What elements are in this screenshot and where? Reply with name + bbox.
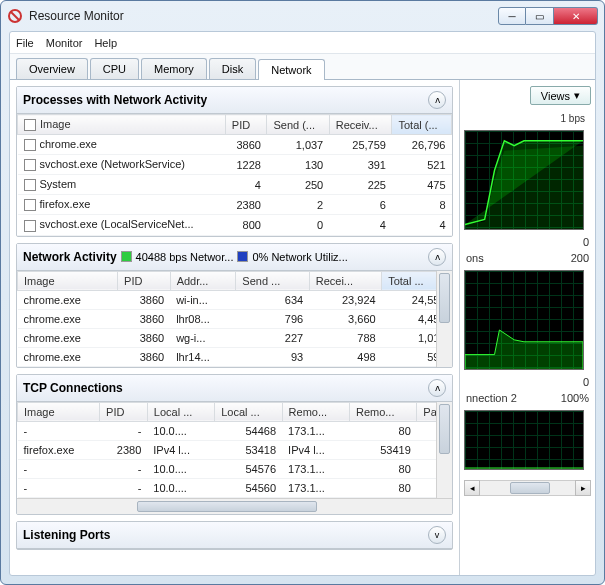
scrollbar-vertical[interactable] xyxy=(436,271,452,367)
table-row[interactable]: --10.0....54576173.1...80 xyxy=(18,459,452,478)
scroll-left-icon[interactable]: ◂ xyxy=(464,480,480,496)
checkbox-icon[interactable] xyxy=(24,199,36,211)
col-pid[interactable]: PID xyxy=(100,402,148,421)
svg-line-1 xyxy=(11,12,19,20)
col-ra[interactable]: Remo... xyxy=(282,402,349,421)
panel-activity: Network Activity 40488 bps Networ... 0% … xyxy=(16,243,453,368)
panel-processes-title: Processes with Network Activity xyxy=(23,93,207,107)
col-pid[interactable]: PID xyxy=(118,271,171,290)
checkbox-icon[interactable] xyxy=(24,119,36,131)
client-area: File Monitor Help Overview CPU Memory Di… xyxy=(9,31,596,576)
panel-processes: Processes with Network Activity ʌ Image … xyxy=(16,86,453,237)
chart-connection2 xyxy=(464,410,584,470)
minimize-button[interactable]: ─ xyxy=(498,7,526,25)
tab-overview[interactable]: Overview xyxy=(16,58,88,79)
table-row[interactable]: chrome.exe3860lhr08...7963,6604,456 xyxy=(18,309,452,328)
tab-row: Overview CPU Memory Disk Network xyxy=(10,54,595,80)
scrollbar-vertical[interactable] xyxy=(436,402,452,498)
table-row[interactable]: System4250225475 xyxy=(18,175,452,195)
col-la[interactable]: Local ... xyxy=(147,402,214,421)
menu-file[interactable]: File xyxy=(16,37,34,49)
col-lp[interactable]: Local ... xyxy=(215,402,282,421)
chart2-right: 200 xyxy=(571,252,589,264)
right-scrollbar-horizontal[interactable]: ◂ ▸ xyxy=(464,480,591,496)
panel-activity-title: Network Activity xyxy=(23,250,117,264)
table-row[interactable]: --10.0....54468173.1...80 xyxy=(18,421,452,440)
views-button[interactable]: Views▾ xyxy=(530,86,591,105)
table-row[interactable]: chrome.exe38601,03725,75926,796 xyxy=(18,135,452,155)
collapse-icon[interactable]: ʌ xyxy=(428,91,446,109)
processes-table: Image PID Send (... Receiv... Total (...… xyxy=(17,114,452,236)
tab-cpu[interactable]: CPU xyxy=(90,58,139,79)
legend-blue-icon xyxy=(237,251,248,262)
checkbox-icon[interactable] xyxy=(24,179,36,191)
table-row[interactable]: --10.0....54560173.1...80 xyxy=(18,478,452,497)
activity-table: Image PID Addr... Send ... Recei... Tota… xyxy=(17,271,452,367)
col-pid[interactable]: PID xyxy=(225,115,267,135)
legend-green-text: 40488 bps Networ... xyxy=(136,251,234,263)
right-pane: Views▾ 1 bps 0 ons200 0 nnection 2100% xyxy=(459,80,595,575)
tab-network[interactable]: Network xyxy=(258,59,324,80)
scrollbar-horizontal[interactable] xyxy=(17,498,452,514)
chart1-top-label: 1 bps xyxy=(464,113,591,124)
table-row[interactable]: svchost.exe (LocalServiceNet...800044 xyxy=(18,215,452,235)
table-row[interactable]: chrome.exe3860lhr14...93498591 xyxy=(18,347,452,366)
tab-disk[interactable]: Disk xyxy=(209,58,256,79)
col-send[interactable]: Send ... xyxy=(236,271,309,290)
tab-memory[interactable]: Memory xyxy=(141,58,207,79)
collapse-icon[interactable]: ʌ xyxy=(428,379,446,397)
window-title: Resource Monitor xyxy=(29,9,498,23)
table-row[interactable]: svchost.exe (NetworkService)122813039152… xyxy=(18,155,452,175)
maximize-button[interactable]: ▭ xyxy=(526,7,554,25)
panel-tcp: TCP Connections ʌ Image PID Local ... Lo… xyxy=(16,374,453,515)
chart3-right: 100% xyxy=(561,392,589,404)
table-row[interactable]: firefox.exe2380268 xyxy=(18,195,452,215)
dropdown-icon: ▾ xyxy=(574,89,580,102)
col-rp[interactable]: Remo... xyxy=(349,402,416,421)
titlebar[interactable]: Resource Monitor ─ ▭ ✕ xyxy=(1,1,604,31)
menubar: File Monitor Help xyxy=(10,32,595,54)
checkbox-icon[interactable] xyxy=(24,139,36,151)
close-button[interactable]: ✕ xyxy=(554,7,598,25)
menu-help[interactable]: Help xyxy=(94,37,117,49)
panel-tcp-title: TCP Connections xyxy=(23,381,123,395)
checkbox-icon[interactable] xyxy=(24,220,36,232)
col-addr[interactable]: Addr... xyxy=(170,271,236,290)
window: Resource Monitor ─ ▭ ✕ File Monitor Help… xyxy=(0,0,605,585)
col-recv[interactable]: Receiv... xyxy=(329,115,392,135)
chart3-left: nnection 2 xyxy=(466,392,517,404)
col-image[interactable]: Image xyxy=(18,271,118,290)
tcp-table: Image PID Local ... Local ... Remo... Re… xyxy=(17,402,452,498)
col-send[interactable]: Send (... xyxy=(267,115,329,135)
left-pane: Processes with Network Activity ʌ Image … xyxy=(10,80,459,575)
legend-green-icon xyxy=(121,251,132,262)
table-row[interactable]: firefox.exe2380IPv4 l...53418IPv4 l...53… xyxy=(18,440,452,459)
app-icon xyxy=(7,8,23,24)
panel-listening: Listening Ports v xyxy=(16,521,453,550)
col-image[interactable]: Image xyxy=(18,402,100,421)
panel-listening-title: Listening Ports xyxy=(23,528,110,542)
col-recv[interactable]: Recei... xyxy=(309,271,381,290)
expand-icon[interactable]: v xyxy=(428,526,446,544)
checkbox-icon[interactable] xyxy=(24,159,36,171)
menu-monitor[interactable]: Monitor xyxy=(46,37,83,49)
legend-blue-text: 0% Network Utiliz... xyxy=(252,251,347,263)
table-row[interactable]: chrome.exe3860wi-in...63423,92424,558 xyxy=(18,290,452,309)
chart2-left: ons xyxy=(466,252,484,264)
table-row[interactable]: chrome.exe3860wg-i...2277881,014 xyxy=(18,328,452,347)
col-image[interactable]: Image xyxy=(18,115,226,135)
chart-network xyxy=(464,130,584,230)
chart-connections xyxy=(464,270,584,370)
collapse-icon[interactable]: ʌ xyxy=(428,248,446,266)
col-total[interactable]: Total (... xyxy=(392,115,452,135)
scroll-right-icon[interactable]: ▸ xyxy=(575,480,591,496)
